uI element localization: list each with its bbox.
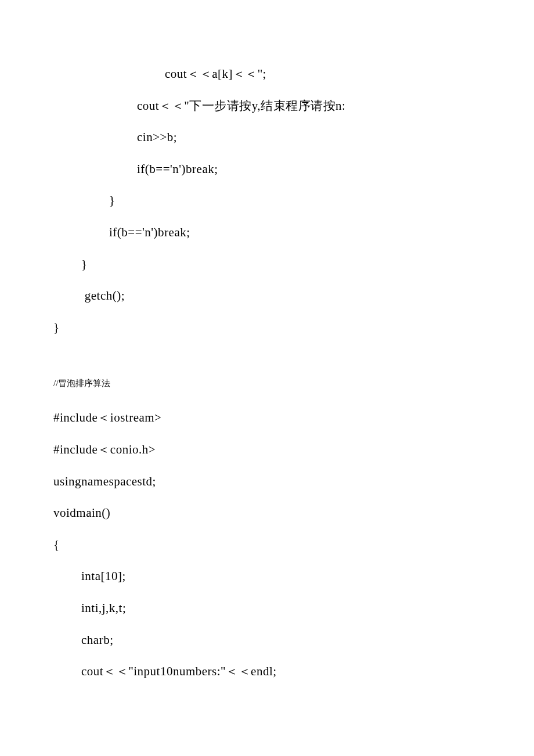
code-line: cout＜＜"下一步请按y,结束程序请按n: xyxy=(81,90,534,122)
code-line: #include＜conio.h> xyxy=(53,434,534,466)
code-line: inta[10]; xyxy=(81,560,534,592)
code-line: if(b=='n')break; xyxy=(81,217,534,249)
code-line: voidmain() xyxy=(53,497,534,529)
code-line: getch(); xyxy=(81,280,534,312)
code-line: inti,j,k,t; xyxy=(81,592,534,624)
code-line: } xyxy=(81,249,534,280)
code-line: } xyxy=(53,312,534,344)
code-line: charb; xyxy=(81,624,534,656)
document-content: cout＜＜a[k]＜＜''; cout＜＜"下一步请按y,结束程序请按n: c… xyxy=(0,58,534,687)
code-line: #include＜iostream> xyxy=(53,402,534,434)
code-line: if(b=='n')break; xyxy=(81,153,534,185)
code-line: cout＜＜a[k]＜＜''; xyxy=(81,58,534,90)
code-line: usingnamespacestd; xyxy=(53,466,534,498)
comment-line: //冒泡排序算法 xyxy=(53,372,534,395)
code-line: { xyxy=(53,529,534,561)
code-line: cout＜＜"input10numbers:"＜＜endl; xyxy=(81,656,534,687)
code-line: cin>>b; xyxy=(81,121,534,153)
code-line: } xyxy=(81,185,534,217)
